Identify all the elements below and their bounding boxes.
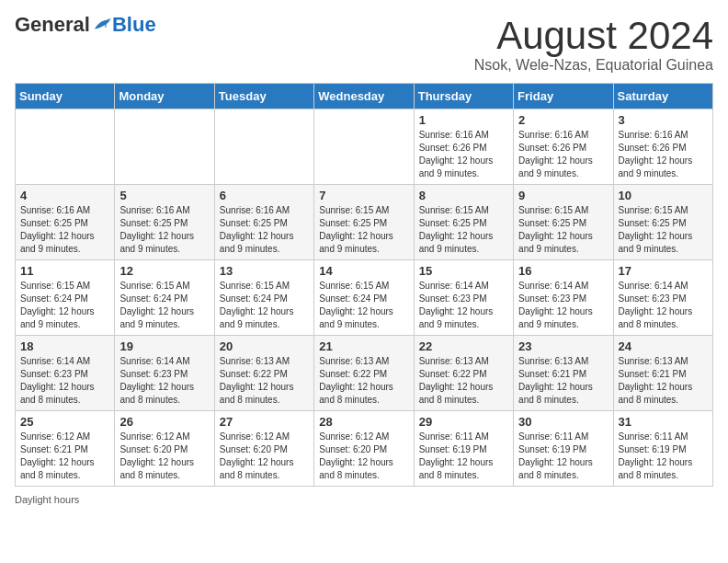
calendar-cell: 25Sunrise: 6:12 AM Sunset: 6:21 PM Dayli… [16, 411, 115, 487]
day-info: Sunrise: 6:13 AM Sunset: 6:21 PM Dayligh… [518, 355, 608, 407]
calendar-cell: 9Sunrise: 6:15 AM Sunset: 6:25 PM Daylig… [514, 185, 613, 260]
logo-general-text: General [15, 15, 90, 35]
day-number: 25 [20, 415, 109, 429]
day-info: Sunrise: 6:15 AM Sunset: 6:24 PM Dayligh… [119, 280, 209, 331]
calendar-cell: 10Sunrise: 6:15 AM Sunset: 6:25 PM Dayli… [613, 185, 712, 260]
calendar-cell: 2Sunrise: 6:16 AM Sunset: 6:26 PM Daylig… [514, 109, 613, 185]
calendar-cell [314, 109, 414, 185]
calendar-cell: 11Sunrise: 6:15 AM Sunset: 6:24 PM Dayli… [16, 260, 115, 336]
day-info: Sunrise: 6:15 AM Sunset: 6:24 PM Dayligh… [220, 280, 309, 331]
page-title: August 2024 [474, 15, 713, 57]
calendar-cell: 12Sunrise: 6:15 AM Sunset: 6:24 PM Dayli… [115, 260, 214, 336]
calendar-cell: 16Sunrise: 6:14 AM Sunset: 6:23 PM Dayli… [514, 260, 613, 336]
day-info: Sunrise: 6:14 AM Sunset: 6:23 PM Dayligh… [619, 280, 708, 331]
day-info: Sunrise: 6:14 AM Sunset: 6:23 PM Dayligh… [20, 355, 109, 407]
calendar-cell: 4Sunrise: 6:16 AM Sunset: 6:25 PM Daylig… [16, 185, 115, 260]
calendar-cell [115, 109, 214, 185]
day-info: Sunrise: 6:16 AM Sunset: 6:26 PM Dayligh… [419, 129, 508, 180]
weekday-header-saturday: Saturday [613, 84, 712, 109]
day-number: 22 [419, 339, 508, 353]
week-row-1: 1Sunrise: 6:16 AM Sunset: 6:26 PM Daylig… [16, 109, 713, 185]
day-number: 21 [319, 339, 408, 353]
day-number: 20 [220, 339, 309, 353]
calendar-cell: 30Sunrise: 6:11 AM Sunset: 6:19 PM Dayli… [514, 411, 613, 487]
day-number: 2 [518, 113, 608, 127]
logo-blue-text: Blue [112, 15, 156, 35]
calendar-cell: 14Sunrise: 6:15 AM Sunset: 6:24 PM Dayli… [314, 260, 414, 336]
day-info: Sunrise: 6:14 AM Sunset: 6:23 PM Dayligh… [518, 280, 608, 331]
calendar-cell: 26Sunrise: 6:12 AM Sunset: 6:20 PM Dayli… [115, 411, 214, 487]
day-info: Sunrise: 6:15 AM Sunset: 6:25 PM Dayligh… [619, 204, 708, 256]
day-info: Sunrise: 6:14 AM Sunset: 6:23 PM Dayligh… [119, 355, 209, 407]
day-number: 6 [220, 189, 309, 202]
day-info: Sunrise: 6:12 AM Sunset: 6:21 PM Dayligh… [20, 431, 109, 482]
calendar-cell: 17Sunrise: 6:14 AM Sunset: 6:23 PM Dayli… [613, 260, 712, 336]
day-number: 12 [119, 264, 209, 278]
calendar-cell: 13Sunrise: 6:15 AM Sunset: 6:24 PM Dayli… [214, 260, 313, 336]
day-number: 17 [619, 264, 708, 278]
calendar-cell: 27Sunrise: 6:12 AM Sunset: 6:20 PM Dayli… [214, 411, 313, 487]
day-number: 15 [419, 264, 508, 278]
day-number: 18 [20, 339, 109, 353]
calendar-cell: 28Sunrise: 6:12 AM Sunset: 6:20 PM Dayli… [314, 411, 414, 487]
calendar-cell: 15Sunrise: 6:14 AM Sunset: 6:23 PM Dayli… [414, 260, 513, 336]
week-row-3: 11Sunrise: 6:15 AM Sunset: 6:24 PM Dayli… [16, 260, 713, 336]
day-number: 11 [20, 264, 109, 278]
day-info: Sunrise: 6:11 AM Sunset: 6:19 PM Dayligh… [419, 431, 508, 482]
day-number: 13 [220, 264, 309, 278]
day-info: Sunrise: 6:15 AM Sunset: 6:24 PM Dayligh… [319, 280, 408, 331]
calendar-cell: 6Sunrise: 6:16 AM Sunset: 6:25 PM Daylig… [214, 185, 313, 260]
day-info: Sunrise: 6:11 AM Sunset: 6:19 PM Dayligh… [619, 431, 708, 482]
day-number: 29 [419, 415, 508, 429]
day-info: Sunrise: 6:16 AM Sunset: 6:26 PM Dayligh… [518, 129, 608, 180]
week-row-5: 25Sunrise: 6:12 AM Sunset: 6:21 PM Dayli… [16, 411, 713, 487]
calendar-cell: 24Sunrise: 6:13 AM Sunset: 6:21 PM Dayli… [613, 336, 712, 411]
day-info: Sunrise: 6:16 AM Sunset: 6:25 PM Dayligh… [220, 204, 309, 256]
day-number: 28 [319, 415, 408, 429]
weekday-header-friday: Friday [514, 84, 613, 109]
logo: General Blue [15, 15, 156, 35]
day-info: Sunrise: 6:12 AM Sunset: 6:20 PM Dayligh… [220, 431, 309, 482]
day-number: 5 [119, 189, 209, 202]
day-number: 14 [319, 264, 408, 278]
weekday-header-wednesday: Wednesday [314, 84, 414, 109]
day-number: 8 [419, 189, 508, 202]
day-info: Sunrise: 6:16 AM Sunset: 6:25 PM Dayligh… [20, 204, 109, 256]
day-info: Sunrise: 6:15 AM Sunset: 6:25 PM Dayligh… [319, 204, 408, 256]
day-info: Sunrise: 6:13 AM Sunset: 6:22 PM Dayligh… [419, 355, 508, 407]
calendar-cell: 23Sunrise: 6:13 AM Sunset: 6:21 PM Dayli… [514, 336, 613, 411]
day-info: Sunrise: 6:16 AM Sunset: 6:26 PM Dayligh… [619, 129, 708, 180]
weekday-header-thursday: Thursday [414, 84, 513, 109]
day-number: 3 [619, 113, 708, 127]
footer-note: Daylight hours [15, 494, 713, 505]
calendar-cell: 21Sunrise: 6:13 AM Sunset: 6:22 PM Dayli… [314, 336, 414, 411]
calendar-table: SundayMondayTuesdayWednesdayThursdayFrid… [15, 83, 713, 487]
day-info: Sunrise: 6:15 AM Sunset: 6:25 PM Dayligh… [518, 204, 608, 256]
day-number: 10 [619, 189, 708, 202]
week-row-2: 4Sunrise: 6:16 AM Sunset: 6:25 PM Daylig… [16, 185, 713, 260]
day-info: Sunrise: 6:12 AM Sunset: 6:20 PM Dayligh… [119, 431, 209, 482]
calendar-cell [214, 109, 313, 185]
calendar-cell: 7Sunrise: 6:15 AM Sunset: 6:25 PM Daylig… [314, 185, 414, 260]
calendar-cell: 8Sunrise: 6:15 AM Sunset: 6:25 PM Daylig… [414, 185, 513, 260]
day-number: 7 [319, 189, 408, 202]
day-info: Sunrise: 6:15 AM Sunset: 6:25 PM Dayligh… [419, 204, 508, 256]
day-number: 23 [518, 339, 608, 353]
title-section: August 2024 Nsok, Wele-Nzas, Equatorial … [474, 15, 713, 74]
weekday-header-sunday: Sunday [16, 84, 115, 109]
day-number: 30 [518, 415, 608, 429]
day-info: Sunrise: 6:13 AM Sunset: 6:22 PM Dayligh… [220, 355, 309, 407]
day-number: 27 [220, 415, 309, 429]
day-number: 16 [518, 264, 608, 278]
day-number: 1 [419, 113, 508, 127]
calendar-cell: 18Sunrise: 6:14 AM Sunset: 6:23 PM Dayli… [16, 336, 115, 411]
day-info: Sunrise: 6:15 AM Sunset: 6:24 PM Dayligh… [20, 280, 109, 331]
weekday-header-row: SundayMondayTuesdayWednesdayThursdayFrid… [16, 84, 713, 109]
calendar-cell: 29Sunrise: 6:11 AM Sunset: 6:19 PM Dayli… [414, 411, 513, 487]
day-info: Sunrise: 6:14 AM Sunset: 6:23 PM Dayligh… [419, 280, 508, 331]
calendar-cell: 3Sunrise: 6:16 AM Sunset: 6:26 PM Daylig… [613, 109, 712, 185]
weekday-header-monday: Monday [115, 84, 214, 109]
calendar-cell: 19Sunrise: 6:14 AM Sunset: 6:23 PM Dayli… [115, 336, 214, 411]
day-number: 26 [119, 415, 209, 429]
calendar-cell: 22Sunrise: 6:13 AM Sunset: 6:22 PM Dayli… [414, 336, 513, 411]
